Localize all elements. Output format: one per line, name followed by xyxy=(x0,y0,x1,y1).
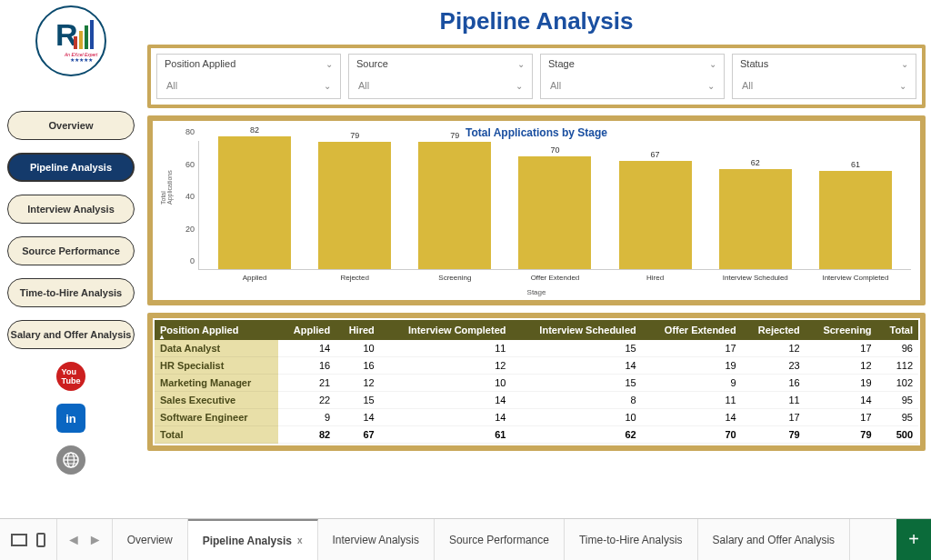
bar-category-label: Offer Extended xyxy=(509,274,600,282)
bar-value-label: 82 xyxy=(250,125,259,135)
cell: 15 xyxy=(511,375,641,392)
svg-rect-1 xyxy=(74,36,77,49)
cell: 17 xyxy=(742,409,806,426)
linkedin-icon[interactable]: in xyxy=(56,404,85,433)
filter-label: Status xyxy=(740,58,768,69)
cell: 96 xyxy=(877,340,918,357)
page-tab-pipeline-analysis[interactable]: Pipeline Analysisx xyxy=(188,519,318,560)
cell: 19 xyxy=(642,357,742,375)
desktop-view-icon[interactable] xyxy=(11,534,27,546)
bar-value-label: 62 xyxy=(751,158,760,167)
column-header[interactable]: Screening xyxy=(806,320,877,340)
filter-label: Source xyxy=(356,58,388,69)
filter-value: All xyxy=(742,80,753,91)
chevron-down-icon: ⌄ xyxy=(901,59,908,69)
page-tab-interview-analysis[interactable]: Interview Analysis xyxy=(318,519,435,560)
sidebar-item-interview-analysis[interactable]: Interview Analysis xyxy=(7,195,135,224)
column-header[interactable]: Position Applied xyxy=(155,320,278,340)
svg-rect-2 xyxy=(79,31,83,49)
table-row: HR Specialist16161214192312112 xyxy=(155,357,918,375)
cell: 500 xyxy=(877,426,918,444)
cell: 15 xyxy=(511,340,641,357)
cell: 61 xyxy=(380,426,512,444)
sidebar-item-salary-and-offer-analysis[interactable]: Salary and Offer Analysis xyxy=(7,320,135,349)
cell: 112 xyxy=(877,357,918,375)
sidebar-item-overview[interactable]: Overview xyxy=(7,111,135,140)
svg-rect-4 xyxy=(90,20,94,49)
filter-value: All xyxy=(550,80,561,91)
youtube-icon[interactable]: YouTube xyxy=(56,362,85,391)
cell: 14 xyxy=(380,392,512,409)
tab-nav-prev-icon[interactable]: ◄ xyxy=(66,532,81,548)
table-row: Sales Executive221514811111495 xyxy=(155,392,918,409)
filter-label: Position Applied xyxy=(165,58,235,69)
close-icon[interactable]: x xyxy=(297,535,303,545)
page-tab-overview[interactable]: Overview xyxy=(113,519,188,560)
cell: 14 xyxy=(806,392,877,409)
column-header[interactable]: Rejected xyxy=(742,320,806,340)
cell: 70 xyxy=(642,426,742,444)
page-tab-time-to-hire-analysis[interactable]: Time-to-Hire Analysis xyxy=(565,519,698,560)
y-tick: 80 xyxy=(185,127,195,136)
sidebar-item-source-performance[interactable]: Source Performance xyxy=(7,236,135,265)
cell: 12 xyxy=(806,357,877,375)
chart-x-label: Stage xyxy=(162,288,911,296)
row-label: HR Specialist xyxy=(155,357,278,375)
sidebar-item-time-to-hire-analysis[interactable]: Time-to-Hire Analysis xyxy=(7,278,135,307)
page-tab-label: Interview Analysis xyxy=(333,534,419,546)
column-header[interactable]: Interview Scheduled xyxy=(511,320,641,340)
cell: 17 xyxy=(806,409,877,426)
chart-y-axis: Total Applications 020406080 xyxy=(162,141,198,286)
chevron-down-icon: ⌄ xyxy=(517,59,525,69)
bar-value-label: 67 xyxy=(651,150,660,159)
filter-status[interactable]: Status⌄All⌄ xyxy=(732,54,916,99)
tab-nav-next-icon[interactable]: ► xyxy=(88,532,103,548)
row-label: Total xyxy=(155,426,278,444)
cell: 12 xyxy=(742,340,806,357)
column-header[interactable]: Offer Extended xyxy=(642,320,742,340)
page-tab-label: Time-to-Hire Analysis xyxy=(579,534,683,546)
cell: 14 xyxy=(278,340,335,357)
add-page-button[interactable]: + xyxy=(896,519,931,560)
cell: 10 xyxy=(380,375,512,392)
cell: 16 xyxy=(742,375,806,392)
bar-rect xyxy=(318,142,391,269)
column-header[interactable]: Applied xyxy=(278,320,335,340)
cell: 23 xyxy=(742,357,806,375)
pivot-table: Position AppliedAppliedHiredInterview Co… xyxy=(155,320,918,444)
chevron-down-icon: ⌄ xyxy=(709,59,716,69)
table-row: Marketing Manager2112101591619102 xyxy=(155,375,918,392)
cell: 11 xyxy=(742,392,806,409)
bar-rect xyxy=(819,171,892,269)
mobile-view-icon[interactable] xyxy=(36,533,45,547)
filter-position-applied[interactable]: Position Applied⌄All⌄ xyxy=(156,54,341,99)
page-tab-source-performance[interactable]: Source Performance xyxy=(435,519,565,560)
filter-value: All xyxy=(166,80,177,91)
chart-bars: 82Applied79Rejected79Screening70Offer Ex… xyxy=(198,141,911,270)
cell: 16 xyxy=(335,357,380,375)
cell: 14 xyxy=(335,409,380,426)
cell: 62 xyxy=(511,426,641,444)
cell: 8 xyxy=(511,392,641,409)
cell: 12 xyxy=(335,375,380,392)
column-header[interactable]: Hired xyxy=(335,320,380,340)
row-label: Data Analyst xyxy=(155,340,278,357)
cell: 11 xyxy=(380,340,512,357)
chevron-down-icon: ⌄ xyxy=(325,59,333,69)
cell: 14 xyxy=(380,409,512,426)
page-tab-salary-and-offer-analysis[interactable]: Salary and Offer Analysis xyxy=(698,519,851,560)
chevron-down-icon: ⌄ xyxy=(899,81,906,91)
filter-stage[interactable]: Stage⌄All⌄ xyxy=(540,54,725,99)
bar-rect xyxy=(418,142,491,269)
filter-value: All xyxy=(358,80,369,91)
filter-source[interactable]: Source⌄All⌄ xyxy=(348,54,533,99)
cell: 15 xyxy=(335,392,380,409)
bar-rect xyxy=(619,161,692,269)
column-header[interactable]: Total xyxy=(877,320,918,340)
y-tick: 0 xyxy=(190,256,195,265)
bar-applied: 82Applied xyxy=(209,125,300,269)
bar-category-label: Applied xyxy=(209,274,300,282)
globe-icon[interactable] xyxy=(56,445,85,475)
column-header[interactable]: Interview Completed xyxy=(380,320,512,340)
sidebar-item-pipeline-analysis[interactable]: Pipeline Analysis xyxy=(7,153,135,182)
